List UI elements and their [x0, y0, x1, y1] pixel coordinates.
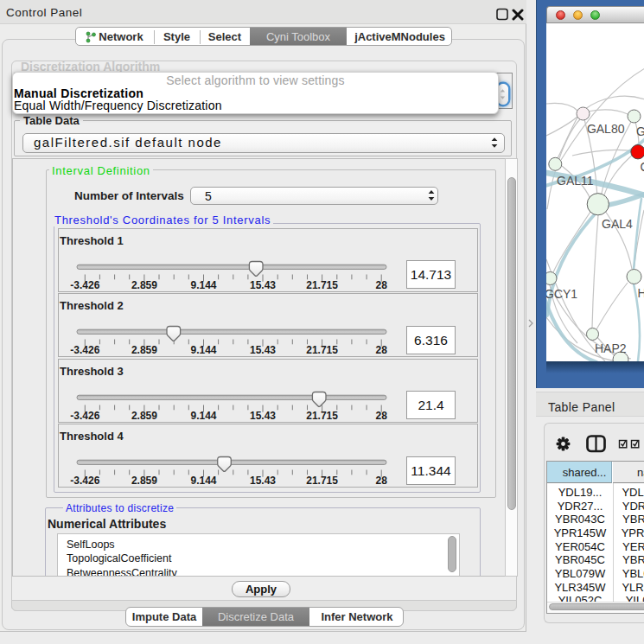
svg-text:9.144: 9.144 [190, 409, 216, 421]
svg-text:15.43: 15.43 [250, 278, 276, 290]
svg-text:2.859: 2.859 [131, 475, 157, 487]
svg-text:15.43: 15.43 [250, 475, 276, 487]
svg-text:9.144: 9.144 [190, 475, 216, 487]
svg-text:2.859: 2.859 [131, 344, 157, 356]
svg-text:-3.426: -3.426 [70, 344, 99, 356]
svg-text:GAL80: GAL80 [587, 122, 625, 136]
svg-text:H: H [638, 286, 644, 300]
svg-text:21.715: 21.715 [306, 278, 338, 290]
svg-text:21.715: 21.715 [306, 475, 338, 487]
svg-text:2.859: 2.859 [131, 409, 157, 421]
svg-text:C: C [641, 160, 644, 174]
svg-text:GCY1: GCY1 [546, 287, 577, 301]
svg-text:2.859: 2.859 [131, 278, 157, 290]
svg-text:28: 28 [376, 409, 388, 421]
svg-text:-3.426: -3.426 [70, 475, 99, 487]
svg-text:HAP2: HAP2 [595, 341, 627, 355]
svg-text:28: 28 [376, 475, 388, 487]
svg-text:-3.426: -3.426 [70, 409, 99, 421]
svg-text:21.715: 21.715 [306, 409, 338, 421]
svg-text:GAL4: GAL4 [602, 217, 633, 231]
svg-text:9.144: 9.144 [190, 278, 216, 290]
svg-text:15.43: 15.43 [250, 344, 276, 356]
svg-text:GAL11: GAL11 [557, 174, 594, 188]
svg-text:-3.426: -3.426 [70, 278, 99, 290]
svg-text:28: 28 [376, 344, 388, 356]
svg-text:GA: GA [636, 124, 644, 138]
svg-text:28: 28 [376, 278, 388, 290]
svg-text:21.715: 21.715 [306, 344, 338, 356]
svg-text:9.144: 9.144 [190, 344, 216, 356]
svg-text:15.43: 15.43 [250, 409, 276, 421]
